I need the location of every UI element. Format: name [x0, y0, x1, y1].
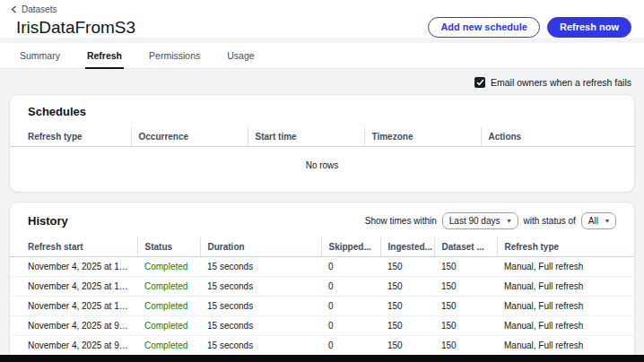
schedules-col-occurrence[interactable]: Occurrence: [131, 127, 248, 147]
dataset-cell: 150: [434, 257, 497, 277]
duration-cell: 15 seconds: [200, 336, 321, 356]
refresh-start-cell: November 4, 2025 at 9:50 PM EST: [10, 316, 137, 336]
status-cell: Completed: [137, 316, 200, 336]
history-table-row: November 4, 2025 at 10:24 PM ESTComplete…: [10, 257, 634, 277]
email-owners-label: Email owners when a refresh fails: [491, 77, 631, 88]
refresh-type-cell: Manual, Full refresh: [497, 336, 634, 356]
schedules-card: Schedules Refresh type Occurrence Start …: [9, 94, 635, 193]
status-cell: Completed: [137, 297, 200, 316]
duration-cell: 15 seconds: [200, 297, 321, 316]
content-area: Email owners when a refresh fails Schedu…: [0, 69, 644, 362]
schedules-empty-state: No rows: [10, 147, 634, 192]
skipped-cell: 0: [321, 336, 380, 356]
history-col-refresh-type[interactable]: Refresh type: [497, 237, 634, 257]
dataset-cell: 150: [434, 316, 497, 336]
refresh-start-cell: November 4, 2025 at 10:10 PM EST: [10, 297, 137, 316]
chevron-down-icon: ▾: [507, 218, 510, 225]
email-toggle-row: Email owners when a refresh fails: [9, 73, 635, 94]
refresh-now-button[interactable]: Refresh now: [547, 17, 631, 38]
refresh-type-cell: Manual, Full refresh: [497, 257, 634, 277]
bottom-bar: [0, 355, 644, 362]
history-col-status[interactable]: Status: [137, 237, 200, 257]
schedules-col-timezone[interactable]: Timezone: [364, 127, 481, 147]
history-col-dataset[interactable]: Dataset ...: [434, 237, 497, 257]
history-col-skipped[interactable]: Skipped...: [321, 237, 380, 257]
page-header: Datasets IrisDataFromS3 Add new schedule…: [0, 0, 644, 38]
dataset-cell: 150: [434, 277, 497, 297]
refresh-start-cell: November 4, 2025 at 10:24 PM EST: [10, 257, 137, 277]
add-new-schedule-button[interactable]: Add new schedule: [428, 17, 540, 38]
refresh-type-cell: Manual, Full refresh: [497, 316, 634, 336]
schedules-col-actions[interactable]: Actions: [481, 127, 634, 147]
page-title: IrisDataFromS3: [16, 18, 135, 38]
breadcrumb[interactable]: Datasets: [11, 4, 57, 14]
history-table-row: November 4, 2025 at 10:10 PM ESTComplete…: [10, 297, 634, 316]
skipped-cell: 0: [321, 277, 380, 297]
history-card: History Show times within Last 90 days ▾…: [9, 202, 635, 362]
filter-prefix-label: Show times within: [365, 216, 437, 226]
duration-cell: 15 seconds: [200, 316, 321, 336]
refresh-start-cell: November 4, 2025 at 9:10 PM EST: [10, 336, 137, 356]
history-table: Refresh start Status Duration Skipped...…: [10, 237, 634, 362]
schedules-heading: Schedules: [10, 105, 634, 118]
chevron-down-icon: ▾: [605, 218, 609, 225]
status-cell: Completed: [137, 257, 200, 277]
history-table-row: November 4, 2025 at 10:16 PM ESTComplete…: [10, 277, 634, 297]
schedules-col-refresh-type[interactable]: Refresh type: [10, 127, 131, 147]
dataset-cell: 150: [434, 297, 497, 316]
duration-cell: 15 seconds: [200, 257, 321, 277]
time-range-select[interactable]: Last 90 days ▾: [442, 212, 518, 229]
status-cell: Completed: [137, 336, 200, 356]
ingested-cell: 150: [380, 316, 434, 336]
history-col-refresh-start[interactable]: Refresh start: [10, 237, 137, 257]
ingested-cell: 150: [380, 336, 434, 356]
time-range-value: Last 90 days: [449, 216, 500, 226]
ingested-cell: 150: [380, 257, 434, 277]
tab-summary[interactable]: Summary: [18, 43, 62, 69]
ingested-cell: 150: [380, 277, 434, 297]
skipped-cell: 0: [321, 316, 380, 336]
email-owners-checkbox[interactable]: [474, 77, 485, 88]
history-table-body: November 4, 2025 at 10:24 PM ESTComplete…: [10, 257, 634, 362]
refresh-start-cell: November 4, 2025 at 10:16 PM EST: [10, 277, 137, 297]
refresh-type-cell: Manual, Full refresh: [497, 277, 634, 297]
filter-middle-label: with status of: [524, 216, 576, 226]
history-col-ingested[interactable]: Ingested...: [380, 237, 434, 257]
tab-refresh[interactable]: Refresh: [85, 43, 124, 69]
tab-usage[interactable]: Usage: [225, 43, 256, 69]
history-col-duration[interactable]: Duration: [200, 237, 321, 257]
history-heading: History: [28, 214, 68, 228]
history-filters: Show times within Last 90 days ▾ with st…: [365, 212, 616, 229]
skipped-cell: 0: [321, 297, 380, 316]
refresh-type-cell: Manual, Full refresh: [497, 297, 634, 316]
tab-bar: Summary Refresh Permissions Usage: [0, 43, 644, 69]
schedules-col-start-time[interactable]: Start time: [248, 127, 364, 147]
ingested-cell: 150: [380, 297, 434, 316]
status-cell: Completed: [137, 277, 200, 297]
skipped-cell: 0: [321, 257, 380, 277]
chevron-left-icon: [11, 5, 17, 13]
dataset-cell: 150: [434, 336, 497, 356]
history-table-row: November 4, 2025 at 9:10 PM ESTCompleted…: [10, 336, 634, 356]
status-filter-value: All: [588, 216, 598, 226]
tab-permissions[interactable]: Permissions: [147, 43, 202, 69]
duration-cell: 15 seconds: [200, 277, 321, 297]
check-icon: [476, 79, 484, 86]
schedules-table: Refresh type Occurrence Start time Timez…: [10, 127, 634, 147]
history-table-row: November 4, 2025 at 9:50 PM ESTCompleted…: [10, 316, 634, 336]
breadcrumb-label: Datasets: [22, 4, 57, 14]
status-filter-select[interactable]: All ▾: [581, 212, 616, 229]
